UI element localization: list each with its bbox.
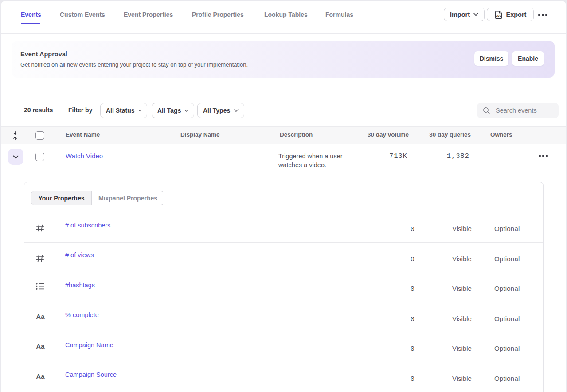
svg-text:CSV: CSV xyxy=(495,14,501,17)
